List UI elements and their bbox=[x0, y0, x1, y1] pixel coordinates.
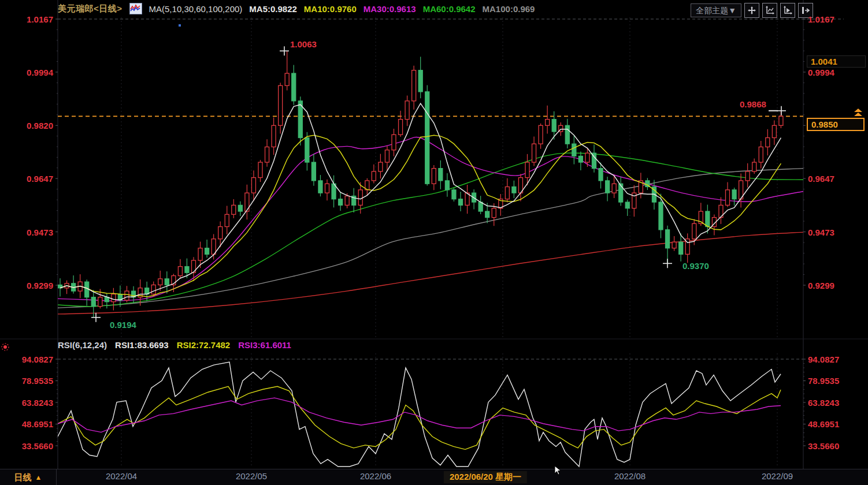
axis-tick-label: 0.9299 bbox=[13, 280, 53, 290]
ma-formula: MA(5,10,30,60,100,200) bbox=[149, 4, 243, 14]
rsi1-legend: RSI1:83.6693 bbox=[115, 340, 169, 350]
price-up-arrow-icon bbox=[853, 109, 863, 118]
mouse-cursor bbox=[554, 465, 562, 476]
axis-tick-label: 0.9994 bbox=[808, 67, 848, 77]
rsi3-legend: RSI3:61.6011 bbox=[238, 340, 291, 350]
axis-tick-label: 63.8243 bbox=[808, 397, 848, 407]
rsi-header: RSI(6,12,24) RSI1:83.6693 RSI2:72.7482 R… bbox=[58, 340, 291, 350]
chart-header: 美元瑞郎<日线> MA(5,10,30,60,100,200) MA5:0.98… bbox=[58, 3, 535, 14]
price-annotation: 0.9868 bbox=[740, 99, 766, 109]
ma5-legend: MA5:0.9822 bbox=[249, 4, 297, 14]
axis-tick-label: 94.0827 bbox=[808, 355, 848, 364]
axis-tick-label: 63.8243 bbox=[13, 397, 53, 407]
indicator-dot bbox=[179, 24, 181, 27]
axis-tick-label: 48.6951 bbox=[13, 419, 53, 429]
axis-tick-label: 94.0827 bbox=[13, 355, 53, 364]
axis-tick-label: 0.9994 bbox=[13, 67, 53, 77]
axis-tick-label: 0.9647 bbox=[808, 174, 848, 184]
upper-price-marker: 1.0041 bbox=[807, 55, 866, 68]
rsi-formula: RSI(6,12,24) bbox=[58, 340, 107, 350]
axis-play-icon bbox=[783, 6, 792, 15]
period-label: 日线 bbox=[14, 472, 32, 483]
axis-play-button[interactable] bbox=[780, 3, 795, 18]
axis-tick-label: 0.9473 bbox=[808, 227, 848, 237]
up-triangle-icon: ▲ bbox=[35, 473, 42, 482]
ma60-legend: MA60:0.9642 bbox=[423, 4, 476, 14]
axis-tick-label: 33.5660 bbox=[13, 441, 53, 450]
axis-tick-label: 0.9473 bbox=[13, 227, 53, 237]
axis-tick-label: 1.0167 bbox=[13, 14, 53, 24]
axis-tick-label: 48.6951 bbox=[808, 419, 848, 429]
move-cross-icon bbox=[747, 6, 756, 15]
axis-chart-button[interactable] bbox=[762, 3, 777, 18]
time-tick-label: 2022/09 bbox=[762, 471, 793, 481]
ma100-legend: MA100:0.969 bbox=[483, 4, 535, 14]
ma30-legend: MA30:0.9613 bbox=[363, 4, 416, 14]
time-tick-label: 2022/04 bbox=[106, 471, 137, 481]
crosshair-date-label: 2022/06/20 星期一 bbox=[444, 471, 527, 483]
axis-tick-label: 78.9535 bbox=[13, 376, 53, 386]
indicator-target-icon[interactable] bbox=[1, 343, 9, 351]
axis-chart-icon bbox=[765, 6, 774, 15]
axis-tick-label: 33.5660 bbox=[808, 441, 848, 450]
current-price-marker: 0.9850 bbox=[807, 118, 865, 131]
time-tick-label: 2022/05 bbox=[236, 471, 267, 481]
toolbar: 全部主题▼ bbox=[691, 3, 813, 18]
time-tick-label: 2022/08 bbox=[614, 471, 646, 481]
chart-application: 美元瑞郎<日线> MA(5,10,30,60,100,200) MA5:0.98… bbox=[0, 0, 868, 485]
ma10-legend: MA10:0.9760 bbox=[304, 4, 357, 14]
price-annotation: 0.9194 bbox=[110, 320, 136, 330]
time-axis: 日线 ▲ 2022/042022/052022/062022/06/20 星期一… bbox=[0, 469, 868, 485]
axis-tick-label: 78.9535 bbox=[808, 376, 848, 386]
period-selector[interactable]: 日线 ▲ bbox=[0, 469, 57, 485]
axis-tick-label: 1.0167 bbox=[808, 14, 848, 24]
axis-tick-label: 0.9820 bbox=[13, 121, 53, 130]
axis-tick-label: 0.9647 bbox=[13, 174, 53, 184]
theme-dropdown[interactable]: 全部主题▼ bbox=[691, 3, 741, 17]
line-chart-icon[interactable] bbox=[129, 3, 142, 14]
price-annotation: 1.0063 bbox=[290, 39, 317, 49]
axis-tick-label: 0.9299 bbox=[808, 280, 848, 290]
move-tool-button[interactable] bbox=[744, 3, 759, 18]
time-tick-label: 2022/06 bbox=[360, 471, 391, 481]
rsi2-legend: RSI2:72.7482 bbox=[177, 340, 231, 350]
price-annotation: 0.9370 bbox=[682, 261, 709, 271]
symbol-title: 美元瑞郎<日线> bbox=[58, 3, 123, 14]
chart-plot-area[interactable] bbox=[0, 0, 868, 485]
